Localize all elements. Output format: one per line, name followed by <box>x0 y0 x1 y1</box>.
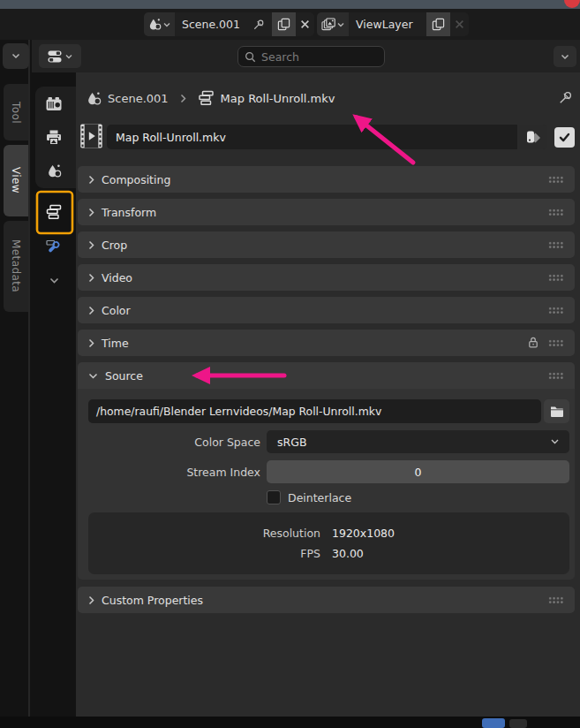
viewlayer-browse-button[interactable] <box>317 12 349 36</box>
panel-drag-grip[interactable] <box>548 176 563 183</box>
new-viewlayer-button[interactable] <box>426 12 450 36</box>
chevron-right-icon <box>88 240 94 250</box>
tab-output-properties[interactable] <box>46 129 62 145</box>
media-info-box: Resolution 1920x1080 FPS 30.00 <box>88 512 569 574</box>
color-space-dropdown[interactable]: sRGB <box>267 430 569 453</box>
chevron-right-icon <box>88 273 94 283</box>
panel-label: Source <box>105 369 143 383</box>
panel-drag-grip[interactable] <box>548 209 563 216</box>
panel-drag-grip[interactable] <box>548 274 563 281</box>
chevron-down-icon <box>337 22 344 27</box>
fps-value: 30.00 <box>332 547 364 560</box>
resolution-row: Resolution 1920x1080 <box>88 523 569 543</box>
filepath-input[interactable]: /home/raufi/Blender Lernvideos/Map Roll-… <box>88 399 541 423</box>
lock-icon[interactable] <box>527 336 539 349</box>
color-tag-button[interactable] <box>518 125 547 149</box>
chevron-right-icon <box>88 306 94 315</box>
chevron-right-icon <box>180 94 186 103</box>
chevron-down-icon <box>88 373 98 379</box>
panel-transform[interactable]: Transform <box>78 199 575 225</box>
header-options-button[interactable] <box>554 46 576 67</box>
chevron-down-icon <box>561 54 569 60</box>
panel-label: Crop <box>102 239 127 252</box>
strip-name-input[interactable]: Map Roll-Unroll.mkv <box>107 125 517 149</box>
panel-drag-grip[interactable] <box>548 307 563 314</box>
chevron-right-icon <box>88 175 94 185</box>
deinterlace-label: Deinterlace <box>288 491 351 504</box>
editor-type-button[interactable] <box>39 44 81 68</box>
scene-icon <box>87 91 102 106</box>
pin-icon[interactable] <box>252 19 265 31</box>
scene-icon <box>148 18 162 31</box>
panel-drag-grip[interactable] <box>548 596 563 603</box>
open-file-button[interactable] <box>544 399 569 423</box>
unlink-scene-button[interactable] <box>296 12 314 36</box>
sequencer-sidebar-edge: Tool View Metadata <box>0 40 32 728</box>
stream-index-field[interactable]: 0 <box>267 460 569 483</box>
tab-modifier-properties[interactable] <box>46 239 62 254</box>
sequencer-corner-menu-button[interactable] <box>3 43 29 69</box>
strip-enabled-checkbox[interactable] <box>554 127 575 148</box>
panel-label: Time <box>102 337 129 350</box>
search-box <box>237 46 385 67</box>
filepath-text: /home/raufi/Blender Lernvideos/Map Roll-… <box>96 405 381 418</box>
tab-strip-properties[interactable] <box>46 204 62 220</box>
viewlayer-name-field[interactable]: ViewLayer <box>349 12 426 36</box>
tab-column-overflow[interactable] <box>46 273 62 289</box>
chevron-down-icon <box>11 53 20 59</box>
breadcrumb-strip[interactable]: Map Roll-Unroll.mkv <box>221 92 335 105</box>
viewlayer-selector: ViewLayer <box>317 12 469 36</box>
resolution-value: 1920x1080 <box>332 527 395 540</box>
panel-drag-grip[interactable] <box>548 339 563 346</box>
search-input[interactable] <box>261 50 378 64</box>
breadcrumb: Scene.001 Map Roll-Unroll.mkv <box>87 85 335 111</box>
chevron-down-icon <box>65 54 72 59</box>
blender-window: Scene.001 <box>0 0 580 728</box>
strip-properties-icon <box>46 204 62 220</box>
folder-icon <box>550 406 564 418</box>
color-space-value: sRGB <box>277 436 551 449</box>
panel-drag-grip[interactable] <box>548 372 563 379</box>
new-scene-button[interactable] <box>272 12 296 36</box>
remove-viewlayer-button[interactable] <box>450 12 469 36</box>
deinterlace-checkbox[interactable] <box>267 490 281 504</box>
sidebar-tab-metadata[interactable]: Metadata <box>4 221 28 312</box>
sidebar-tab-tool[interactable]: Tool <box>4 84 28 140</box>
panel-time[interactable]: Time <box>78 330 575 356</box>
taskbar-app-icon[interactable] <box>482 718 505 728</box>
color-space-label: Color Space <box>76 430 260 453</box>
strip-icon <box>198 90 215 106</box>
pin-icon[interactable] <box>558 90 573 105</box>
panel-video[interactable]: Video <box>78 264 575 291</box>
duplicate-icon <box>277 18 290 31</box>
panel-label: Color <box>102 304 131 317</box>
taskbar-item[interactable] <box>509 719 527 728</box>
duplicate-icon <box>432 18 445 31</box>
panel-compositing[interactable]: Compositing <box>78 166 575 193</box>
panel-label: Custom Properties <box>102 594 203 607</box>
bottom-edge-strip <box>0 717 580 728</box>
breadcrumb-scene[interactable]: Scene.001 <box>108 92 169 105</box>
tab-render-properties[interactable] <box>46 95 62 111</box>
chevron-right-icon <box>88 208 94 217</box>
blender-topbar: Scene.001 <box>0 9 580 40</box>
tab-scene-properties[interactable] <box>46 163 62 178</box>
strip-name-text: Map Roll-Unroll.mkv <box>116 131 226 144</box>
scene-name-field[interactable]: Scene.001 <box>175 12 272 36</box>
panel-custom-properties[interactable]: Custom Properties <box>78 587 575 613</box>
panel-crop[interactable]: Crop <box>78 231 575 258</box>
sidebar-tab-label: View <box>10 167 22 193</box>
panel-drag-grip[interactable] <box>548 241 563 248</box>
sidebar-tab-view[interactable]: View <box>4 145 28 216</box>
check-icon <box>558 131 571 144</box>
panel-label: Transform <box>102 206 156 219</box>
sidebar-divider[interactable] <box>28 40 30 728</box>
scene-browse-button[interactable] <box>144 12 175 36</box>
scene-selector: Scene.001 <box>144 12 314 36</box>
panel-color[interactable]: Color <box>78 297 575 323</box>
panel-source-header[interactable]: Source <box>78 362 575 389</box>
fps-row: FPS 30.00 <box>88 543 569 564</box>
printer-icon <box>46 130 62 145</box>
chevron-down-icon <box>163 22 170 27</box>
search-icon <box>245 51 256 63</box>
